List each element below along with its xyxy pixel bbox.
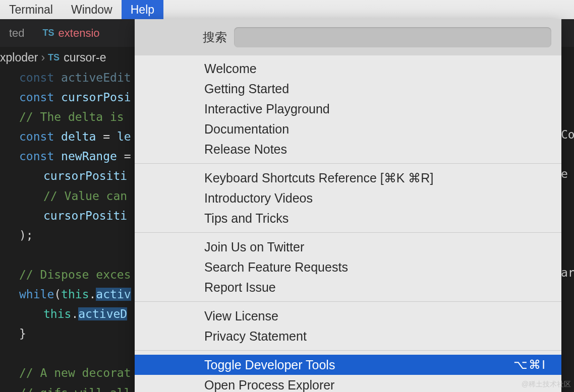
menu-separator — [135, 350, 561, 351]
editor-tab[interactable]: TS extensio — [34, 19, 109, 47]
keyboard-shortcut: ⌥⌘I — [513, 358, 546, 372]
search-label: 搜索 — [203, 29, 227, 45]
menu-item-privacy-statement[interactable]: Privacy Statement — [135, 326, 561, 346]
menu-separator — [135, 301, 561, 302]
editor-tab[interactable]: ted — [0, 19, 34, 47]
search-input[interactable] — [234, 27, 551, 47]
menu-separator — [135, 163, 561, 164]
menu-item-report-issue[interactable]: Report Issue — [135, 277, 561, 297]
tab-filename: ted — [9, 27, 25, 40]
menubar: Terminal Window Help — [0, 0, 574, 19]
menu-item-getting-started[interactable]: Getting Started — [135, 79, 561, 99]
menu-item-keyboard-shortcuts[interactable]: Keyboard Shortcuts Reference [⌘K ⌘R] — [135, 168, 561, 188]
menu-item-tips-and-tricks[interactable]: Tips and Tricks — [135, 208, 561, 228]
menu-search-row: 搜索 — [135, 19, 561, 55]
menubar-item-window[interactable]: Window — [62, 0, 122, 19]
menu-item-toggle-developer-tools[interactable]: Toggle Developer Tools ⌥⌘I — [135, 355, 561, 375]
menubar-item-help[interactable]: Help — [122, 0, 163, 19]
tab-filename: extensio — [59, 27, 100, 40]
menu-item-interactive-playground[interactable]: Interactive Playground — [135, 99, 561, 119]
menu-item-introductory-videos[interactable]: Introductory Videos — [135, 188, 561, 208]
menu-item-view-license[interactable]: View License — [135, 306, 561, 326]
breadcrumb-segment[interactable]: xploder — [0, 51, 38, 64]
breadcrumb-segment[interactable]: cursor-e — [64, 51, 106, 64]
typescript-icon: TS — [43, 28, 54, 38]
menu-item-release-notes[interactable]: Release Notes — [135, 139, 561, 159]
menu-item-open-process-explorer[interactable]: Open Process Explorer — [135, 375, 561, 392]
menu-item-search-feature-requests[interactable]: Search Feature Requests — [135, 257, 561, 277]
menu-item-welcome[interactable]: Welcome — [135, 58, 561, 79]
help-menu: 搜索 Welcome Getting Started Interactive P… — [135, 19, 561, 392]
code-peek-right: Co e ar — [561, 66, 574, 318]
menu-item-documentation[interactable]: Documentation — [135, 119, 561, 139]
typescript-icon: TS — [48, 52, 60, 63]
menu-item-twitter[interactable]: Join Us on Twitter — [135, 237, 561, 257]
menubar-item-terminal[interactable]: Terminal — [0, 0, 62, 19]
menu-separator — [135, 232, 561, 233]
chevron-right-icon: › — [41, 51, 45, 64]
